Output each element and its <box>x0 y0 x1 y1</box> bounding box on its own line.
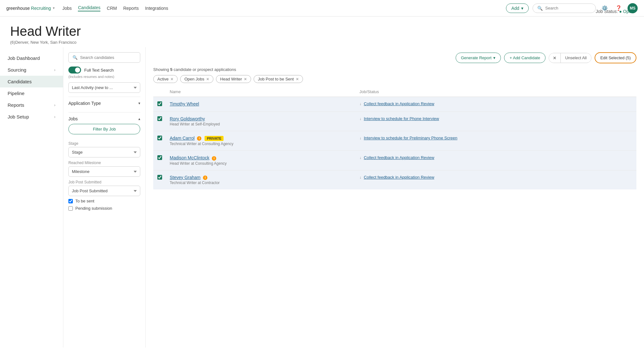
add-button[interactable]: Add ▾ <box>506 3 529 13</box>
info-icon[interactable]: i <box>212 156 216 161</box>
search-candidates-icon: 🔍 <box>73 55 78 60</box>
job-post-submitted-label: Job Post Submitted <box>68 180 140 184</box>
stage-select[interactable]: Stage <box>68 147 140 157</box>
job-setup-chevron-icon: › <box>54 115 55 119</box>
generate-report-button[interactable]: Generate Report ▾ <box>456 53 501 63</box>
logo-chevron-icon[interactable]: ▾ <box>53 6 55 10</box>
search-icon: 🔍 <box>537 6 543 11</box>
table-row: Timothy Wheel ↓ Collect feedback in Appl… <box>153 97 636 112</box>
unselect-x-button[interactable]: ✕ <box>549 53 561 63</box>
application-type-header[interactable]: Application Type ▾ <box>68 97 140 108</box>
sort-select[interactable]: Last Activity (new to ... <box>68 82 140 93</box>
nav-integrations[interactable]: Integrations <box>145 6 168 11</box>
candidate-name-cell: Adam Carrol i PRIVATE Technical Writer a… <box>166 131 356 151</box>
candidate-status-cell: ↓ Collect feedback in Application Review <box>356 151 636 170</box>
candidate-status-cell: ↓ Interview to schedule for Phone Interv… <box>356 112 636 131</box>
table-row: Rory Goldsworthy Head Writer at Self-Emp… <box>153 112 636 131</box>
pending-submission-row: Pending submission <box>68 206 140 211</box>
to-be-sent-checkbox[interactable] <box>68 199 73 203</box>
full-text-toggle[interactable] <box>68 67 81 73</box>
filter-chip-job-post: Job Post to be Sent ✕ <box>254 75 303 83</box>
candidate-name-link-3[interactable]: Adam Carrol <box>170 136 195 141</box>
help-icon[interactable]: ❓ <box>614 3 624 13</box>
status-arrow-icon: ↓ <box>359 156 361 160</box>
milestone-select[interactable]: Milestone <box>68 166 140 177</box>
side-nav: Job Dashboard Sourcing › Candidates Pipe… <box>0 47 63 348</box>
sidebar-item-candidates[interactable]: Candidates <box>0 76 63 87</box>
nav-jobs[interactable]: Jobs <box>62 6 72 11</box>
status-arrow-icon: ↓ <box>359 175 361 180</box>
sidebar-item-job-dashboard[interactable]: Job Dashboard <box>0 52 63 64</box>
search-candidates-wrapper[interactable]: 🔍 <box>68 52 140 63</box>
status-link-2[interactable]: Interview to schedule for Phone Intervie… <box>364 116 439 121</box>
sidebar-item-pipeline[interactable]: Pipeline <box>0 87 63 99</box>
info-icon[interactable]: i <box>197 136 201 141</box>
global-search-bar[interactable]: 🔍 <box>533 3 596 13</box>
candidate-name-link-4[interactable]: Madison McClintock <box>170 155 209 160</box>
table-row: Stevey Graham i Technical Writer at Cont… <box>153 170 636 189</box>
candidate-checkbox-5[interactable] <box>157 175 162 180</box>
add-chevron-icon: ▾ <box>521 6 523 11</box>
table-header: Name Job/Status <box>153 87 636 97</box>
stage-label: Stage <box>68 141 140 146</box>
page-title: Head Writer <box>10 24 634 39</box>
filter-chip-active: Active ✕ <box>153 75 178 83</box>
edit-selected-button[interactable]: Edit Selected (5) <box>595 52 636 63</box>
remove-head-writer-filter[interactable]: ✕ <box>244 77 247 81</box>
application-type-chevron-icon: ▾ <box>138 101 140 105</box>
showing-count: Showing 5 candidate or prospect applicat… <box>153 67 636 72</box>
candidate-title: Head Writer at Consulting Agency <box>170 161 352 166</box>
sidebar-item-sourcing[interactable]: Sourcing › <box>0 64 63 76</box>
sidebar-item-reports[interactable]: Reports › <box>0 99 63 111</box>
candidate-checkbox-3[interactable] <box>157 136 162 140</box>
remove-open-jobs-filter[interactable]: ✕ <box>206 77 209 81</box>
candidate-name-link-5[interactable]: Stevey Graham <box>170 175 200 180</box>
top-nav: greenhouse Recruiting ▾ Jobs Candidates … <box>0 0 644 16</box>
nav-reports[interactable]: Reports <box>123 6 139 11</box>
unselect-all-button[interactable]: Unselect All <box>561 53 591 62</box>
candidates-tbody: Timothy Wheel ↓ Collect feedback in Appl… <box>153 97 636 189</box>
filter-by-job-button[interactable]: Filter By Job <box>68 124 140 134</box>
info-icon[interactable]: i <box>203 176 207 180</box>
status-arrow-icon: ↓ <box>359 102 361 106</box>
candidate-name-cell: Stevey Graham i Technical Writer at Cont… <box>166 170 356 189</box>
status-arrow-icon: ↓ <box>359 117 361 121</box>
table-row: Adam Carrol i PRIVATE Technical Writer a… <box>153 131 636 151</box>
candidate-name-cell: Timothy Wheel <box>166 97 356 112</box>
filter-chip-head-writer: Head Writer ✕ <box>216 75 251 83</box>
page-header: Job Status: ● Open Head Writer (6)Denver… <box>0 16 644 47</box>
status-link-4[interactable]: Collect feedback in Application Review <box>364 155 434 160</box>
candidate-status-cell: ↓ Collect feedback in Application Review <box>356 97 636 112</box>
add-candidate-button[interactable]: + Add Candidate <box>504 53 546 63</box>
pending-submission-checkbox[interactable] <box>68 206 73 211</box>
status-link-5[interactable]: Collect feedback in Application Review <box>364 175 434 180</box>
remove-active-filter[interactable]: ✕ <box>170 77 174 81</box>
candidate-checkbox-1[interactable] <box>157 101 162 106</box>
sidebar-item-job-setup[interactable]: Job Setup › <box>0 111 63 123</box>
candidate-name-cell: Madison McClintock i Head Writer at Cons… <box>166 151 356 170</box>
candidate-name-link-1[interactable]: Timothy Wheel <box>170 101 199 106</box>
avatar[interactable]: MS <box>628 3 638 13</box>
candidate-checkbox-2[interactable] <box>157 116 162 121</box>
remove-job-post-filter[interactable]: ✕ <box>296 77 299 81</box>
nav-crm[interactable]: CRM <box>107 6 117 11</box>
status-link-1[interactable]: Collect feedback in Application Review <box>364 101 434 106</box>
candidate-status-cell: ↓ Interview to schedule for Preliminary … <box>356 131 636 151</box>
job-post-submitted-select[interactable]: Job Post Submitted <box>68 186 140 196</box>
select-all-col <box>153 87 166 97</box>
jobs-filter-header[interactable]: Jobs ▴ <box>68 112 140 124</box>
candidate-status-cell: ↓ Collect feedback in Application Review <box>356 170 636 189</box>
main-content: Generate Report ▾ + Add Candidate ✕ Unse… <box>146 47 644 348</box>
search-candidates-input[interactable] <box>80 55 136 60</box>
active-filters: Active ✕ Open Jobs ✕ Head Writer ✕ Job P… <box>153 75 636 83</box>
candidate-name-link-2[interactable]: Rory Goldsworthy <box>170 116 205 121</box>
generate-report-chevron-icon: ▾ <box>493 55 496 60</box>
logo: greenhouse Recruiting ▾ <box>6 6 55 11</box>
nav-candidates[interactable]: Candidates <box>78 5 100 11</box>
reports-chevron-icon: › <box>54 103 55 107</box>
settings-icon[interactable]: ⚙️ <box>600 3 610 13</box>
global-search-input[interactable] <box>545 6 590 10</box>
candidate-checkbox-4[interactable] <box>157 155 162 160</box>
unselect-group: ✕ Unselect All <box>549 53 591 63</box>
status-link-3[interactable]: Interview to schedule for Preliminary Ph… <box>364 136 458 140</box>
